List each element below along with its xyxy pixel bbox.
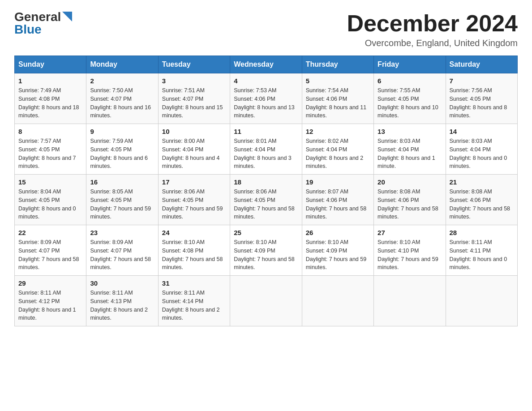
day-info: Sunrise: 8:07 AM Sunset: 4:06 PM Dayligh…: [306, 188, 370, 221]
day-number: 23: [90, 229, 154, 236]
day-number: 1: [18, 77, 82, 85]
day-info: Sunrise: 8:01 AM Sunset: 4:04 PM Dayligh…: [234, 137, 298, 171]
day-cell: 30 Sunrise: 8:11 AM Sunset: 4:13 PM Dayl…: [86, 276, 158, 326]
day-number: 9: [90, 128, 154, 135]
day-number: 8: [18, 128, 82, 135]
day-cell: 14 Sunrise: 8:03 AM Sunset: 4:04 PM Dayl…: [446, 124, 517, 175]
day-info: Sunrise: 7:59 AM Sunset: 4:05 PM Dayligh…: [90, 137, 154, 171]
header-cell-monday: Monday: [86, 56, 158, 73]
day-info: Sunrise: 7:57 AM Sunset: 4:05 PM Dayligh…: [18, 137, 82, 171]
day-number: 28: [450, 229, 514, 236]
day-info: Sunrise: 8:09 AM Sunset: 4:07 PM Dayligh…: [18, 238, 82, 272]
day-cell: [302, 276, 373, 326]
day-number: 11: [234, 128, 298, 135]
day-cell: 29 Sunrise: 8:11 AM Sunset: 4:12 PM Dayl…: [15, 276, 86, 326]
header-cell-tuesday: Tuesday: [158, 56, 230, 73]
day-cell: [230, 276, 302, 326]
day-number: 4: [234, 77, 298, 85]
day-cell: 24 Sunrise: 8:10 AM Sunset: 4:08 PM Dayl…: [158, 225, 230, 276]
day-cell: 10 Sunrise: 8:00 AM Sunset: 4:04 PM Dayl…: [158, 124, 230, 175]
day-info: Sunrise: 7:50 AM Sunset: 4:07 PM Dayligh…: [90, 86, 154, 120]
day-info: Sunrise: 8:04 AM Sunset: 4:05 PM Dayligh…: [18, 188, 82, 221]
header-cell-sunday: Sunday: [15, 56, 86, 73]
day-cell: 18 Sunrise: 8:06 AM Sunset: 4:05 PM Dayl…: [230, 175, 302, 225]
day-number: 30: [90, 279, 154, 287]
day-number: 21: [450, 178, 514, 186]
day-info: Sunrise: 8:02 AM Sunset: 4:04 PM Dayligh…: [306, 137, 370, 171]
day-cell: 11 Sunrise: 8:01 AM Sunset: 4:04 PM Dayl…: [230, 124, 302, 175]
day-number: 12: [306, 128, 370, 135]
week-row-2: 8 Sunrise: 7:57 AM Sunset: 4:05 PM Dayli…: [15, 124, 518, 175]
day-number: 31: [162, 279, 226, 287]
title-area: December 2024 Overcombe, England, United…: [347, 11, 518, 48]
day-info: Sunrise: 8:08 AM Sunset: 4:06 PM Dayligh…: [450, 188, 514, 221]
location: Overcombe, England, United Kingdom: [347, 38, 518, 48]
day-info: Sunrise: 8:03 AM Sunset: 4:04 PM Dayligh…: [378, 137, 442, 171]
day-number: 17: [162, 178, 226, 186]
day-cell: 23 Sunrise: 8:09 AM Sunset: 4:07 PM Dayl…: [86, 225, 158, 276]
day-info: Sunrise: 8:00 AM Sunset: 4:04 PM Dayligh…: [162, 137, 226, 171]
header-cell-saturday: Saturday: [446, 56, 517, 73]
day-info: Sunrise: 8:09 AM Sunset: 4:07 PM Dayligh…: [90, 238, 154, 272]
day-number: 5: [306, 77, 370, 85]
day-info: Sunrise: 8:10 AM Sunset: 4:10 PM Dayligh…: [378, 238, 442, 272]
month-title: December 2024: [347, 11, 518, 36]
day-info: Sunrise: 8:11 AM Sunset: 4:11 PM Dayligh…: [450, 238, 514, 272]
day-cell: 6 Sunrise: 7:55 AM Sunset: 4:05 PM Dayli…: [374, 73, 446, 124]
logo-blue: Blue: [14, 23, 42, 36]
day-cell: 15 Sunrise: 8:04 AM Sunset: 4:05 PM Dayl…: [15, 175, 86, 225]
day-cell: 20 Sunrise: 8:08 AM Sunset: 4:06 PM Dayl…: [374, 175, 446, 225]
day-number: 25: [234, 229, 298, 236]
day-cell: 31 Sunrise: 8:11 AM Sunset: 4:14 PM Dayl…: [158, 276, 230, 326]
day-cell: 2 Sunrise: 7:50 AM Sunset: 4:07 PM Dayli…: [86, 73, 158, 124]
day-number: 3: [162, 77, 226, 85]
header-cell-thursday: Thursday: [302, 56, 373, 73]
day-info: Sunrise: 7:49 AM Sunset: 4:08 PM Dayligh…: [18, 86, 82, 120]
week-row-1: 1 Sunrise: 7:49 AM Sunset: 4:08 PM Dayli…: [15, 73, 518, 124]
day-number: 16: [90, 178, 154, 186]
day-info: Sunrise: 8:08 AM Sunset: 4:06 PM Dayligh…: [378, 188, 442, 221]
day-cell: 9 Sunrise: 7:59 AM Sunset: 4:05 PM Dayli…: [86, 124, 158, 175]
calendar-body: 1 Sunrise: 7:49 AM Sunset: 4:08 PM Dayli…: [15, 73, 518, 326]
day-cell: 16 Sunrise: 8:05 AM Sunset: 4:05 PM Dayl…: [86, 175, 158, 225]
day-info: Sunrise: 8:05 AM Sunset: 4:05 PM Dayligh…: [90, 188, 154, 221]
day-info: Sunrise: 8:10 AM Sunset: 4:09 PM Dayligh…: [234, 238, 298, 272]
day-info: Sunrise: 8:11 AM Sunset: 4:14 PM Dayligh…: [162, 289, 226, 322]
day-cell: 4 Sunrise: 7:53 AM Sunset: 4:06 PM Dayli…: [230, 73, 302, 124]
day-info: Sunrise: 8:10 AM Sunset: 4:09 PM Dayligh…: [306, 238, 370, 272]
day-number: 18: [234, 178, 298, 186]
day-number: 27: [378, 229, 442, 236]
day-cell: 27 Sunrise: 8:10 AM Sunset: 4:10 PM Dayl…: [374, 225, 446, 276]
page-header: General Blue December 2024 Overcombe, En…: [14, 11, 518, 48]
logo-arrow-icon: [62, 12, 72, 21]
day-number: 22: [18, 229, 82, 236]
day-info: Sunrise: 8:11 AM Sunset: 4:12 PM Dayligh…: [18, 289, 82, 322]
day-cell: [374, 276, 446, 326]
day-number: 14: [450, 128, 514, 135]
day-cell: 21 Sunrise: 8:08 AM Sunset: 4:06 PM Dayl…: [446, 175, 517, 225]
day-cell: 25 Sunrise: 8:10 AM Sunset: 4:09 PM Dayl…: [230, 225, 302, 276]
week-row-5: 29 Sunrise: 8:11 AM Sunset: 4:12 PM Dayl…: [15, 276, 518, 326]
day-number: 20: [378, 178, 442, 186]
calendar-header: SundayMondayTuesdayWednesdayThursdayFrid…: [15, 56, 518, 73]
day-number: 29: [18, 279, 82, 287]
day-number: 15: [18, 178, 82, 186]
week-row-4: 22 Sunrise: 8:09 AM Sunset: 4:07 PM Dayl…: [15, 225, 518, 276]
day-number: 13: [378, 128, 442, 135]
calendar-table: SundayMondayTuesdayWednesdayThursdayFrid…: [14, 56, 518, 326]
header-cell-friday: Friday: [374, 56, 446, 73]
day-info: Sunrise: 8:03 AM Sunset: 4:04 PM Dayligh…: [450, 137, 514, 171]
day-number: 10: [162, 128, 226, 135]
day-info: Sunrise: 7:54 AM Sunset: 4:06 PM Dayligh…: [306, 86, 370, 120]
day-info: Sunrise: 7:53 AM Sunset: 4:06 PM Dayligh…: [234, 86, 298, 120]
day-info: Sunrise: 7:51 AM Sunset: 4:07 PM Dayligh…: [162, 86, 226, 120]
week-row-3: 15 Sunrise: 8:04 AM Sunset: 4:05 PM Dayl…: [15, 175, 518, 225]
day-cell: 12 Sunrise: 8:02 AM Sunset: 4:04 PM Dayl…: [302, 124, 373, 175]
day-info: Sunrise: 8:06 AM Sunset: 4:05 PM Dayligh…: [234, 188, 298, 221]
day-info: Sunrise: 7:56 AM Sunset: 4:05 PM Dayligh…: [450, 86, 514, 120]
day-number: 2: [90, 77, 154, 85]
day-cell: 17 Sunrise: 8:06 AM Sunset: 4:05 PM Dayl…: [158, 175, 230, 225]
day-info: Sunrise: 8:11 AM Sunset: 4:13 PM Dayligh…: [90, 289, 154, 322]
header-row: SundayMondayTuesdayWednesdayThursdayFrid…: [15, 56, 518, 73]
day-cell: 19 Sunrise: 8:07 AM Sunset: 4:06 PM Dayl…: [302, 175, 373, 225]
